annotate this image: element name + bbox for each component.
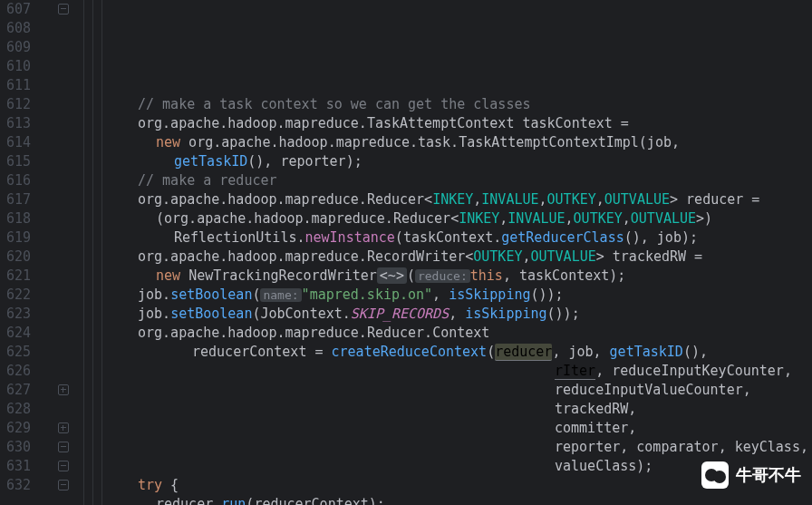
token: rIter <box>555 363 595 380</box>
line-number: 617 <box>4 190 31 209</box>
line-number: 614 <box>4 133 31 152</box>
code-line[interactable]: org.apache.hadoop.mapreduce.Reducer.Cont… <box>78 324 812 343</box>
fold-marker[interactable] <box>58 461 69 471</box>
code-line[interactable]: (org.apache.hadoop.mapreduce.Reducer<INK… <box>78 209 812 228</box>
token: . <box>424 325 432 341</box>
token: >) <box>696 210 712 227</box>
code-area[interactable]: // make a task context so we can get the… <box>78 0 812 505</box>
code-line[interactable]: // make a reducer <box>78 171 812 190</box>
code-line[interactable]: org.apache.hadoop.mapreduce.Reducer<INKE… <box>78 190 812 209</box>
token: createReduceContext <box>332 344 488 360</box>
fold-marker[interactable] <box>58 4 69 15</box>
code-line[interactable]: org.apache.hadoop.mapreduce.TaskAttemptC… <box>78 114 812 133</box>
token: , <box>800 439 808 455</box>
line-number: 608 <box>4 19 31 38</box>
token: org.apache.hadoop.mapreduce. <box>138 115 367 131</box>
code-line[interactable]: rIter, reduceInputKeyCounter, <box>78 362 812 381</box>
token: reduceInputKeyCounter <box>612 363 784 379</box>
fold-gutter <box>38 0 78 505</box>
token: trackedRW <box>555 401 628 417</box>
token: NewTrackingRecordWriter <box>188 267 377 284</box>
token: , <box>672 134 680 151</box>
token: trackedRW <box>613 248 686 265</box>
token: , <box>473 191 481 208</box>
line-number: 621 <box>4 267 31 286</box>
token: , <box>628 401 636 417</box>
token: ); <box>609 267 625 284</box>
token: OUTVALUE <box>531 248 596 265</box>
code-line[interactable]: new NewTrackingRecordWriter<~>(reduce:th… <box>78 267 812 286</box>
token: ); <box>636 458 652 474</box>
token: // make a reducer <box>138 172 277 189</box>
code-line[interactable]: // make a task context so we can get the… <box>78 95 812 114</box>
line-number: 622 <box>4 286 31 305</box>
token: ReflectionUtils. <box>174 229 305 246</box>
token: (), <box>624 229 657 246</box>
code-line[interactable]: org.apache.hadoop.mapreduce.RecordWriter… <box>78 248 812 267</box>
token: INVALUE <box>508 210 565 227</box>
token: ( <box>156 210 164 227</box>
token: isSkipping <box>465 306 546 322</box>
token: committer <box>555 420 628 436</box>
token: reduce: <box>415 269 470 283</box>
token: , <box>594 344 610 360</box>
token: // make a task context so we can get the… <box>138 96 530 112</box>
code-line[interactable]: committer, <box>78 419 812 438</box>
token: OUTVALUE <box>631 210 696 227</box>
code-line[interactable]: new org.apache.hadoop.mapreduce.task.Tas… <box>78 133 812 152</box>
wechat-icon <box>701 461 729 489</box>
token: JobContext. <box>260 306 350 322</box>
token: , <box>449 306 465 322</box>
token: (), <box>683 344 708 360</box>
token: OUTKEY <box>574 210 623 227</box>
token: , <box>539 191 547 208</box>
line-number-gutter: 6076086096106116126136146156166176186196… <box>0 0 38 505</box>
code-line[interactable]: reducerContext = createReduceContext(red… <box>78 343 812 362</box>
token: getTaskID <box>610 344 683 360</box>
code-line[interactable]: getTaskID(), reporter); <box>78 152 812 171</box>
token: job <box>568 344 593 360</box>
code-line[interactable]: trackedRW, <box>78 400 812 419</box>
token: org.apache.hadoop.mapreduce. <box>138 191 367 208</box>
token: reducer <box>686 191 743 208</box>
token: ( <box>639 134 647 151</box>
line-number: 629 <box>4 419 31 438</box>
line-number: 611 <box>4 76 31 95</box>
token: org.apache.hadoop.mapreduce. <box>138 248 367 265</box>
token: (), <box>247 153 280 170</box>
token: , <box>503 267 519 284</box>
code-line[interactable]: reduceInputValueCounter, <box>78 381 812 400</box>
fold-marker[interactable] <box>58 384 69 395</box>
code-line[interactable]: reporter, comparator, keyClass, <box>78 438 812 457</box>
line-number: 620 <box>4 248 31 267</box>
token: job. <box>138 306 170 322</box>
token: getReducerClass <box>501 229 624 246</box>
code-line[interactable]: job.setBoolean(name:"mapred.skip.on", is… <box>78 286 812 305</box>
token: INKEY <box>432 191 473 208</box>
token: , <box>620 439 636 455</box>
fold-marker[interactable] <box>58 422 69 433</box>
token: SKIP_RECORDS <box>351 306 449 322</box>
line-number: 618 <box>4 209 31 228</box>
token: Reducer <box>367 191 424 208</box>
fold-marker[interactable] <box>58 442 69 452</box>
token: comparator <box>636 439 718 455</box>
token: <~> <box>377 267 407 284</box>
token: Reducer <box>393 210 450 227</box>
code-line[interactable]: reducer.run(reducerContext); <box>78 495 812 505</box>
token: , <box>719 439 735 455</box>
token: Context <box>432 325 489 341</box>
line-number: 632 <box>4 476 31 495</box>
token: , <box>522 248 530 265</box>
token: new <box>156 267 180 284</box>
token: ); <box>682 229 698 246</box>
token: taskContext. <box>403 229 501 246</box>
token: newInstance <box>305 229 395 246</box>
token: < <box>424 191 432 208</box>
code-line[interactable]: job.setBoolean(JobContext.SKIP_RECORDS, … <box>78 305 812 324</box>
token: taskContext = <box>514 115 628 131</box>
code-line[interactable]: ReflectionUtils.newInstance(taskContext.… <box>78 228 812 248</box>
code-editor[interactable]: 6076086096106116126136146156166176186196… <box>0 0 812 505</box>
token: ); <box>346 153 362 170</box>
fold-marker[interactable] <box>58 480 69 490</box>
